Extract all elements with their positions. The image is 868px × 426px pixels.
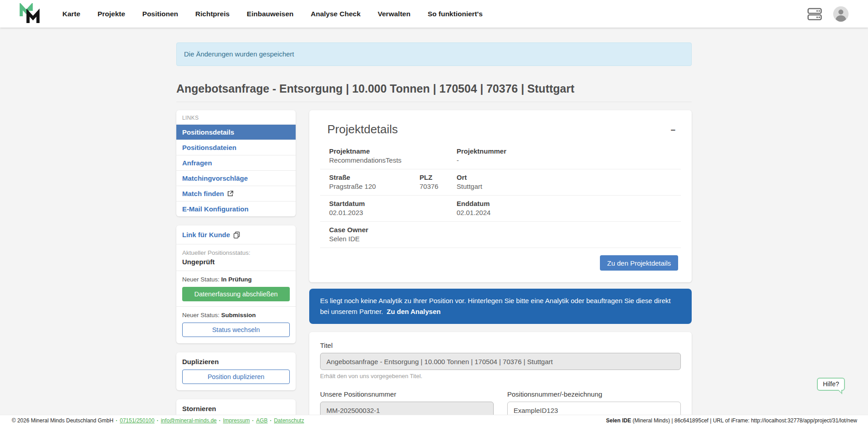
field-value: 70376 [420,183,457,190]
detail-row-projekt: Projektname RecommendationsTests Projekt… [320,143,681,169]
nav-verwalten[interactable]: Verwalten [378,10,410,18]
field-value: Selen IDE [329,235,672,243]
project-details-title: Projektdetails [327,122,398,136]
detail-row-adresse: Straße Pragstraße 120 PLZ 70376 Ort Stut… [320,169,681,196]
titel-help: Erhält den von uns vorgegebenen Titel. [320,373,681,379]
go-to-project-details-button[interactable]: Zu den Projektdetails [600,255,678,271]
external-link-icon [227,191,233,197]
field-label: Straße [329,173,420,181]
footer-agb-link[interactable]: AGB [256,417,268,424]
links-card-header: LINKS [176,110,296,124]
server-stack-icon [807,7,822,21]
nav-analyse-check[interactable]: Analyse Check [311,10,360,18]
project-details-card: Projektdetails – Projektname Recommendat… [309,110,692,282]
switch-status-button[interactable]: Status wechseln [182,323,290,337]
divider [176,271,296,271]
new-status-prefix: Neuer Status: [182,312,221,318]
sidebar-item-label: Anfragen [182,159,212,167]
field-label: Case Owner [329,226,672,234]
sidebar-item-positionsdateien[interactable]: Positionsdateien [176,140,296,155]
footer-separator: · [270,417,272,424]
save-success-alert: Die Änderungen wurden gespeichert [176,42,692,66]
footer-separator: · [252,417,254,424]
current-status-value: Ungeprüft [182,258,290,266]
collapse-icon[interactable]: – [668,122,678,136]
cancel-card-title: Stornieren [182,405,290,412]
new-status-value: Submission [221,312,256,318]
footer-session-info: Selen IDE (Mineral Minds) | 86c641895cef… [606,417,857,424]
links-card: LINKS Positionsdetails Positionsdateien … [176,110,296,216]
copy-icon [233,231,240,239]
field-value: 02.01.2024 [457,209,672,216]
nav-karte[interactable]: Karte [62,10,80,18]
titel-label: Titel [320,342,681,349]
new-status-line-2: Neuer Status: Submission [182,312,290,318]
field-label: Projektname [329,147,457,155]
titel-input[interactable] [320,353,681,370]
field-label: Startdatum [329,200,457,207]
new-status-value: In Prüfung [221,276,252,283]
customer-link[interactable]: Link für Kunde [182,231,240,239]
nav-richtpreis[interactable]: Richtpreis [195,10,230,18]
current-status-label: Aktueller Positionsstatus: [182,249,290,256]
mineral-minds-logo[interactable] [18,3,42,25]
field-label: Enddatum [457,200,672,207]
divider [176,306,296,307]
sidebar-item-label: Match finden [182,190,224,197]
customer-link-label: Link für Kunde [182,231,230,239]
footer-datenschutz-link[interactable]: Datenschutz [274,417,304,424]
nav-projekte[interactable]: Projekte [98,10,125,18]
field-value: RecommendationsTests [329,156,457,164]
footer: © 2026 Mineral Minds Deutschland GmbH · … [0,415,868,426]
field-value: 02.01.2023 [329,209,457,216]
field-value: Stuttgart [457,183,672,190]
sidebar: LINKS Positionsdetails Positionsdateien … [176,110,296,426]
footer-impressum-link[interactable]: Impressum [223,417,250,424]
go-to-analyses-link[interactable]: Zu den Analysen [387,308,440,315]
nav-positionen[interactable]: Positionen [142,10,178,18]
sidebar-item-label: E-Mail Konfiguration [182,205,249,213]
sidebar-item-match-finden[interactable]: Match finden [176,186,296,201]
field-label: Ort [457,173,672,181]
sidebar-item-anfragen[interactable]: Anfragen [176,155,296,170]
sidebar-item-matchingvorschlaege[interactable]: Matchingvorschläge [176,170,296,186]
footer-email-link[interactable]: info@mineral-minds.de [161,417,217,424]
duplicate-position-button[interactable]: Position duplizieren [182,370,290,384]
sidebar-item-label: Positionsdateien [182,144,236,151]
avatar-icon [833,6,849,22]
field-value: Pragstraße 120 [329,183,420,190]
sidebar-item-email-konfiguration[interactable]: E-Mail Konfiguration [176,201,296,216]
complete-data-entry-button[interactable]: Datenerfassung abschließen [182,287,290,301]
our-position-number-label: Unsere Positionsnummer [320,390,494,398]
sidebar-item-label: Positionsdetails [182,128,234,136]
field-label: PLZ [420,173,457,181]
analytics-banner-text: Es liegt noch keine Analytik zu Ihrer Po… [320,297,670,315]
duplicate-card: Duplizieren Position duplizieren [176,352,296,390]
sidebar-item-label: Matchingvorschläge [182,174,248,182]
footer-phone-link[interactable]: 07151/250100 [120,417,155,424]
nav-so-funktionierts[interactable]: So funktioniert's [428,10,483,18]
footer-session-text: (Mineral Minds) | 86c641895cef | URL of … [631,417,857,424]
footer-copyright: © 2026 Mineral Minds Deutschland GmbH [12,417,113,424]
new-status-prefix: Neuer Status: [182,276,221,283]
top-navbar: Karte Projekte Positionen Richtpreis Ein… [0,0,868,28]
nav-einbauweisen[interactable]: Einbauweisen [247,10,293,18]
divider [176,244,296,244]
footer-separator: · [116,417,118,424]
help-button[interactable]: Hilfe? [817,378,845,391]
footer-user: Selen IDE [606,417,631,424]
page-title: Angebotsanfrage - Entsorgung | 10.000 To… [176,82,692,102]
footer-separator: · [219,417,221,424]
field-value: - [457,156,672,164]
analytics-info-banner: Es liegt noch keine Analytik zu Ihrer Po… [309,289,692,324]
alert-text: Die Änderungen wurden gespeichert [184,50,294,58]
user-avatar[interactable] [833,6,849,22]
detail-row-datum: Startdatum 02.01.2023 Enddatum 02.01.202… [320,196,681,222]
new-status-line-1: Neuer Status: In Prüfung [182,276,290,283]
environment-server-icon[interactable] [807,7,822,21]
position-form-card: Titel Erhält den von uns vorgegebenen Ti… [309,332,692,426]
footer-separator: · [157,417,159,424]
duplicate-card-title: Duplizieren [182,358,290,365]
sidebar-item-positionsdetails[interactable]: Positionsdetails [176,124,296,140]
main-nav: Karte Projekte Positionen Richtpreis Ein… [62,10,483,18]
